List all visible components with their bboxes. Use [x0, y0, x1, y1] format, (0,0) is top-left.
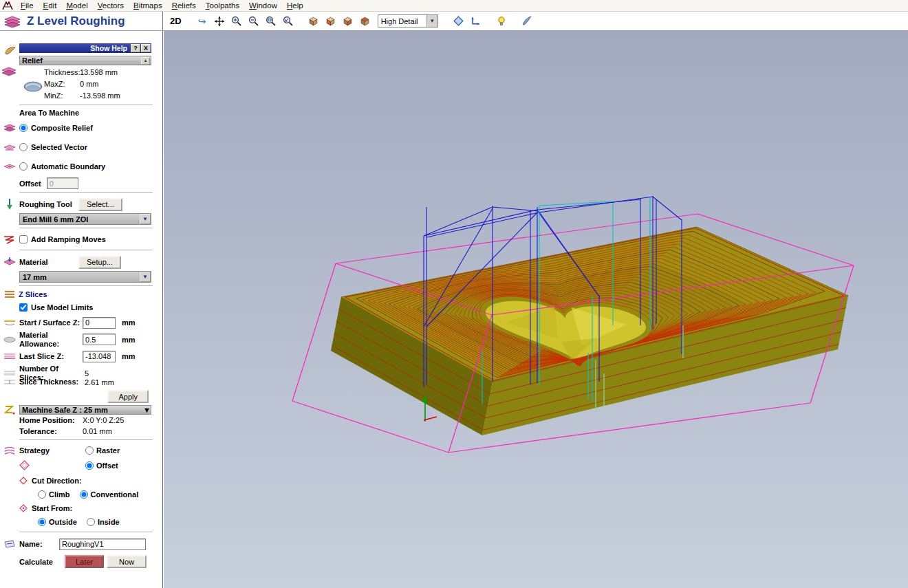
- offset-radio[interactable]: [85, 461, 94, 470]
- last-slice-label: Last Slice Z:: [19, 352, 83, 361]
- tool-dropdown[interactable]: End Mill 6 mm ZOI ▼: [19, 213, 151, 225]
- menu-file[interactable]: File: [16, 1, 39, 10]
- material-icon: [3, 257, 16, 268]
- start-from-header: Start From:: [19, 501, 157, 515]
- apply-button[interactable]: Apply: [107, 390, 149, 403]
- inside-radio[interactable]: [87, 518, 95, 526]
- safe-z-row: Machine Safe Z : 25 mm ▼: [0, 405, 157, 415]
- view-top-icon[interactable]: [358, 14, 373, 29]
- calculate-label: Calculate: [19, 558, 62, 566]
- menu-toolpaths[interactable]: Toolpaths: [201, 1, 244, 10]
- offset-strategy-label: Offset: [96, 461, 118, 470]
- use-model-limits-label: Use Model Limits: [31, 303, 93, 312]
- menu-edit[interactable]: Edit: [39, 1, 62, 10]
- last-slice-icon: [3, 353, 16, 360]
- start-z-input[interactable]: [83, 317, 116, 329]
- zoom-window-icon[interactable]: [263, 14, 279, 29]
- offset-input[interactable]: [47, 177, 78, 189]
- chevron-down-icon[interactable]: ▼: [143, 406, 151, 414]
- maxz-label: MaxZ:: [44, 78, 80, 90]
- close-icon[interactable]: X: [141, 44, 151, 52]
- view-iso-icon[interactable]: [306, 14, 321, 29]
- name-input[interactable]: [59, 538, 146, 550]
- chevron-down-icon[interactable]: ▼: [426, 15, 437, 27]
- menu-window[interactable]: Window: [244, 1, 282, 10]
- chevron-down-icon[interactable]: ▼: [140, 272, 151, 282]
- selected-vector-row: Selected Vector: [0, 138, 157, 157]
- viewport-3d[interactable]: [164, 31, 908, 588]
- climb-radio[interactable]: [38, 490, 46, 499]
- axes-toggle-icon[interactable]: [468, 14, 484, 29]
- cut-direction-label: Cut Direction:: [32, 477, 82, 485]
- zoom-out-icon[interactable]: [246, 14, 261, 29]
- separator: [19, 285, 153, 287]
- conventional-radio[interactable]: [80, 490, 88, 499]
- calculate-later-button[interactable]: Later: [65, 555, 104, 568]
- offset-strategy-row: Offset: [0, 457, 157, 474]
- separator: [19, 105, 153, 106]
- smooth-brush-icon[interactable]: [519, 14, 534, 29]
- menu-vectors[interactable]: Vectors: [93, 1, 129, 10]
- page-title: Z Level Roughing: [27, 14, 125, 28]
- collapse-up-icon[interactable]: ▲: [141, 57, 150, 65]
- tool-select-button[interactable]: Select...: [78, 198, 122, 211]
- show-help-link[interactable]: Show Help: [19, 44, 131, 52]
- thickness-label: Thickness:: [44, 67, 80, 78]
- zoom-in-icon[interactable]: [229, 14, 244, 29]
- selected-vector-label: Selected Vector: [31, 143, 87, 151]
- thickness-row: Thickness: 13.598 mm: [44, 67, 157, 78]
- material-row: Material Setup...: [0, 254, 157, 270]
- allowance-input[interactable]: [83, 334, 116, 345]
- mode-2d-label[interactable]: 2D: [170, 16, 182, 26]
- panel-title-zone: Z Level Roughing: [0, 12, 163, 30]
- thickness-value: 13.598 mm: [80, 67, 118, 78]
- previous-view-icon[interactable]: ↪: [195, 14, 210, 29]
- offset-label: Offset: [19, 179, 41, 188]
- composite-relief-radio[interactable]: [19, 124, 28, 132]
- calculate-row: Calculate Later Now: [19, 555, 157, 568]
- light-bulb-icon[interactable]: [494, 14, 509, 29]
- composite-relief-label: Composite Relief: [31, 124, 93, 132]
- last-slice-input[interactable]: [83, 351, 116, 362]
- material-dropdown[interactable]: 17 mm ▼: [19, 271, 151, 283]
- pan-icon[interactable]: [212, 14, 227, 29]
- chevron-down-icon[interactable]: ▼: [140, 214, 151, 224]
- maxz-value: 0 mm: [80, 78, 99, 90]
- calculate-now-button[interactable]: Now: [107, 555, 147, 568]
- toolbar-separator: [189, 14, 190, 28]
- view-side-icon[interactable]: [340, 14, 356, 29]
- z-slices-title: Z Slices: [19, 290, 47, 298]
- safe-z-dropdown[interactable]: Machine Safe Z : 25 mm ▼: [19, 405, 151, 415]
- add-ramping-checkbox[interactable]: [19, 235, 28, 243]
- material-dropdown-value: 17 mm: [20, 273, 140, 281]
- separator: [19, 192, 153, 193]
- toolpath-preview-canvas[interactable]: [164, 31, 908, 588]
- composite-relief-icon: [3, 124, 16, 133]
- menu-help[interactable]: Help: [282, 1, 308, 10]
- relief-section-header: Relief ▲: [19, 56, 151, 65]
- outside-radio[interactable]: [38, 518, 46, 526]
- allowance-label: Material Allowance:: [19, 331, 67, 348]
- use-model-limits-checkbox[interactable]: [19, 303, 28, 312]
- shading-toggle-icon[interactable]: [451, 14, 466, 29]
- toolbar-separator: [446, 14, 446, 28]
- help-button[interactable]: ?: [131, 44, 140, 52]
- start-z-label: Start / Surface Z:: [19, 318, 83, 327]
- raster-radio[interactable]: [85, 446, 94, 455]
- z-level-roughing-panel: Show Help ? X Relief ▲ Th: [0, 31, 163, 588]
- conventional-label: Conventional: [91, 490, 139, 499]
- menu-bitmaps[interactable]: Bitmaps: [129, 1, 167, 10]
- menu-bar: File Edit Model Vectors Bitmaps Reliefs …: [0, 0, 908, 12]
- view-front-icon[interactable]: [323, 14, 338, 29]
- menu-reliefs[interactable]: Reliefs: [167, 1, 201, 10]
- detail-dropdown[interactable]: High Detail ▼: [378, 14, 438, 28]
- selected-vector-radio[interactable]: [19, 143, 28, 151]
- slice-thickness-row: Slice Thickness: 2.61 mm: [0, 376, 157, 388]
- material-setup-button[interactable]: Setup...: [78, 256, 121, 269]
- menu-model[interactable]: Model: [61, 1, 92, 10]
- minz-label: MinZ:: [44, 90, 80, 102]
- automatic-boundary-radio[interactable]: [19, 162, 28, 171]
- zoom-extents-icon[interactable]: [281, 14, 296, 29]
- toolbar-separator: [301, 14, 301, 28]
- tool-dropdown-value: End Mill 6 mm ZOI: [20, 215, 140, 224]
